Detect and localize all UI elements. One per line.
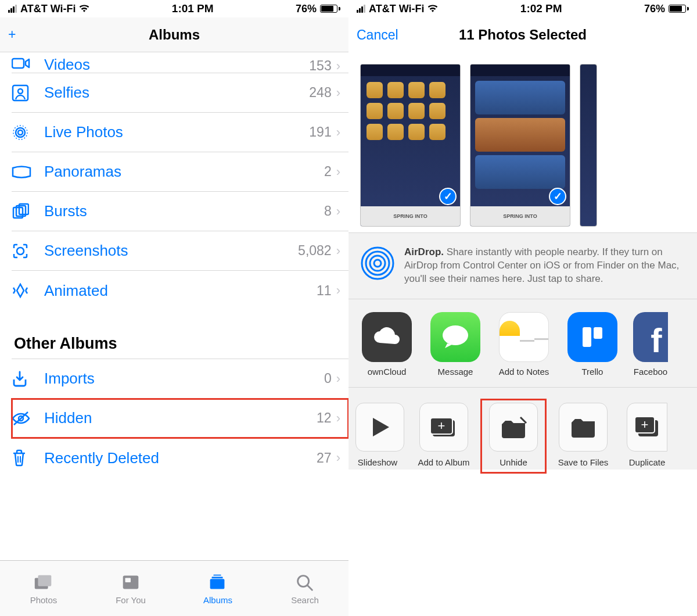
selected-thumbnail[interactable]: [580, 64, 597, 227]
album-count: 248: [309, 85, 331, 101]
clock: 1:02 PM: [520, 2, 562, 15]
chevron-icon: ›: [336, 125, 340, 140]
search-tab-icon: [294, 572, 316, 593]
album-label: Videos: [35, 56, 309, 73]
album-row-imports[interactable]: Imports 0 ›: [12, 359, 348, 399]
album-row-panoramas[interactable]: Panoramas 2 ›: [12, 152, 348, 192]
tab-bar: Photos For You Albums Search: [0, 560, 348, 616]
chevron-icon: ›: [336, 243, 340, 259]
svg-rect-28: [583, 327, 591, 347]
video-icon: [12, 56, 35, 70]
album-label: Live Photos: [35, 123, 309, 141]
svg-rect-19: [212, 577, 223, 579]
trash-icon: [12, 449, 35, 467]
add-button[interactable]: +: [8, 28, 16, 41]
album-count: 27: [317, 450, 332, 466]
svg-rect-16: [123, 576, 139, 589]
page-title: Albums: [149, 27, 200, 43]
svg-point-9: [17, 248, 24, 255]
svg-text:+: +: [641, 417, 649, 432]
app-label: ownCloud: [368, 367, 407, 377]
action-duplicate[interactable]: + Duplicate: [624, 403, 670, 470]
album-row-recently-deleted[interactable]: Recently Deleted 27 ›: [12, 438, 348, 478]
tab-label: Search: [291, 595, 319, 605]
album-count: 5,082: [298, 243, 332, 259]
svg-point-23: [374, 260, 381, 267]
album-label: Bursts: [35, 202, 324, 220]
album-label: Recently Deleted: [35, 449, 317, 467]
album-count: 191: [309, 124, 331, 140]
tab-foryou[interactable]: For You: [87, 561, 174, 616]
share-app-message[interactable]: Message: [427, 312, 483, 377]
share-app-trello[interactable]: Trello: [565, 312, 620, 377]
airdrop-row[interactable]: AirDrop. Share instantly with people nea…: [348, 232, 697, 299]
action-slideshow[interactable]: Slideshow: [357, 403, 403, 470]
album-row-hidden[interactable]: Hidden 12 ›: [12, 399, 348, 438]
album-row-screenshots[interactable]: Screenshots 5,082 ›: [12, 231, 348, 271]
action-label: Slideshow: [358, 457, 397, 467]
app-label: Add to Notes: [499, 367, 549, 377]
action-add-to-album[interactable]: + Add to Album: [415, 403, 473, 470]
selected-thumbnail[interactable]: SPRING INTO ✓: [470, 64, 570, 227]
action-label: Duplicate: [629, 457, 666, 467]
chevron-icon: ›: [336, 85, 340, 101]
nav-bar: Cancel 11 Photos Selected: [348, 17, 697, 52]
chevron-icon: ›: [336, 164, 340, 180]
page-title: 11 Photos Selected: [459, 27, 587, 43]
duplicate-icon: +: [627, 403, 667, 452]
svg-rect-20: [213, 575, 221, 576]
app-label: Message: [438, 367, 473, 377]
share-app-owncloud[interactable]: ownCloud: [359, 312, 415, 377]
svg-rect-17: [125, 578, 131, 582]
tab-photos[interactable]: Photos: [0, 561, 87, 616]
burst-icon: [12, 203, 35, 220]
tab-albums[interactable]: Albums: [174, 561, 261, 616]
tab-label: Albums: [203, 595, 232, 605]
svg-point-4: [16, 128, 25, 137]
svg-point-2: [18, 89, 23, 94]
action-label: Save to Files: [558, 457, 609, 467]
selected-photos-strip[interactable]: SPRING INTO ✓ SPRING INTO ✓: [348, 52, 697, 232]
svg-point-24: [370, 256, 385, 271]
svg-line-22: [308, 586, 312, 590]
album-label: Animated: [35, 282, 317, 300]
share-app-facebook[interactable]: f Faceboo: [633, 312, 668, 377]
facebook-icon: f: [633, 312, 668, 362]
svg-rect-15: [38, 575, 52, 586]
selected-thumbnail[interactable]: SPRING INTO ✓: [360, 64, 461, 227]
battery-percent: 76%: [296, 3, 317, 15]
svg-rect-0: [12, 59, 24, 68]
tab-label: For You: [116, 595, 146, 605]
signal-icon: [8, 5, 17, 13]
clock: 1:01 PM: [172, 2, 214, 15]
status-bar: AT&T Wi-Fi 1:02 PM 76%: [348, 0, 697, 17]
album-row-selfies[interactable]: Selfies 248 ›: [12, 73, 348, 113]
action-unhide[interactable]: Unhide: [484, 403, 542, 470]
unhide-icon: [489, 403, 538, 452]
chevron-icon: ›: [336, 411, 340, 426]
album-count: 8: [324, 203, 332, 219]
share-actions-row[interactable]: Slideshow + Add to Album Unhide Save to …: [348, 388, 697, 470]
live-photos-icon: [12, 124, 35, 141]
notes-icon: [499, 312, 549, 362]
share-sheet-screen: AT&T Wi-Fi 1:02 PM 76% Cancel 11 Photos …: [348, 0, 697, 616]
share-app-notes[interactable]: Add to Notes: [496, 312, 552, 377]
import-icon: [12, 370, 35, 388]
action-save-to-files[interactable]: Save to Files: [554, 403, 612, 470]
album-row-live[interactable]: Live Photos 191 ›: [12, 113, 348, 152]
signal-icon: [357, 5, 365, 13]
share-apps-row[interactable]: ownCloud Message Add to Notes Trello f F…: [348, 299, 697, 388]
chevron-icon: ›: [336, 371, 340, 386]
album-row-bursts[interactable]: Bursts 8 ›: [12, 192, 348, 231]
albums-tab-icon: [207, 572, 229, 593]
wifi-icon: [79, 5, 89, 13]
tab-search[interactable]: Search: [261, 561, 348, 616]
folder-plus-icon: +: [419, 403, 468, 452]
carrier-label: AT&T Wi-Fi: [369, 3, 424, 15]
album-count: 12: [317, 410, 332, 426]
album-row-animated[interactable]: Animated 11 ›: [12, 271, 348, 310]
chevron-icon: ›: [336, 283, 340, 298]
selected-check-icon: ✓: [549, 188, 566, 205]
cancel-button[interactable]: Cancel: [357, 27, 398, 43]
play-icon: [355, 403, 404, 452]
